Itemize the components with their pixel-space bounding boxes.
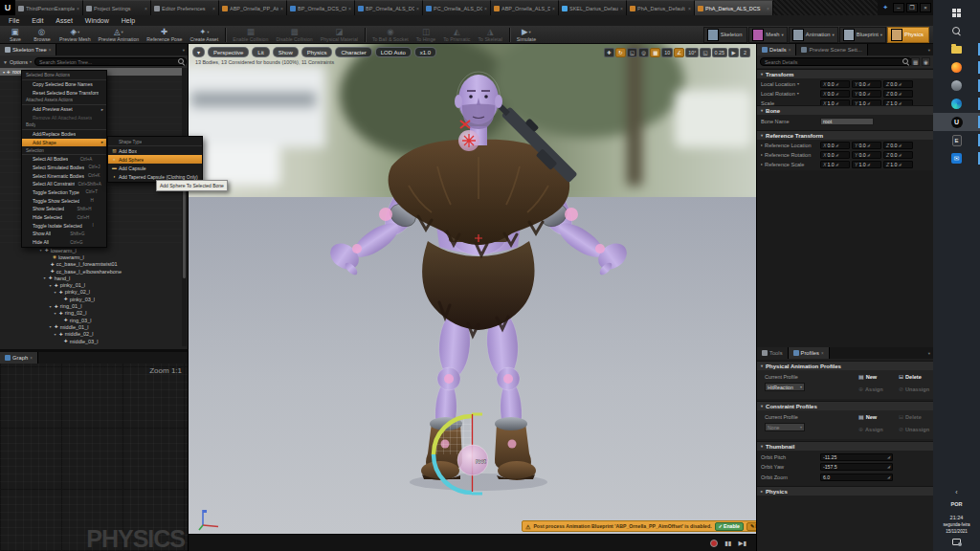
hidden-tabs-icon[interactable]: ▾ <box>183 48 188 53</box>
editor-tab[interactable]: PC_Ornella_ALS_DCS × <box>423 0 491 15</box>
context-menu-item[interactable]: Selection ▸ <box>22 146 106 155</box>
skeleton-tree-tab[interactable]: Skeleton Tree × <box>0 44 56 55</box>
expander-icon[interactable]: ▾ <box>42 276 47 280</box>
firefox-button[interactable] <box>933 58 980 77</box>
tree-row[interactable]: ▾ ✚ ring_03_l <box>0 317 182 323</box>
viewport-toolbar-button[interactable]: Show <box>273 47 299 57</box>
tab-close-icon[interactable]: × <box>49 48 52 53</box>
numeric-field[interactable]: -11.25◢ <box>820 453 893 461</box>
tree-row[interactable]: ▾ ✚ middle_01_l <box>0 323 182 330</box>
tab-close-icon[interactable]: × <box>145 6 147 11</box>
editor-tab[interactable]: BP_Ornella_ALS_DCS_Chi × <box>355 0 423 15</box>
tree-row[interactable]: ▾ ✚ cc_base_l_elbowsharebone <box>0 268 182 275</box>
expander-icon[interactable]: ▾ <box>48 304 53 309</box>
menubar-item[interactable]: File <box>9 17 19 24</box>
x-value-field[interactable]: X0.0◢ <box>820 80 850 88</box>
notification-tray-icon[interactable] <box>952 539 961 545</box>
tree-row[interactable]: ▾ ✚ ring_02_l <box>0 310 182 317</box>
epic-games-button[interactable]: E <box>933 131 980 149</box>
tab-close-icon[interactable]: × <box>280 6 283 11</box>
tree-row[interactable]: ▾ ✚ pinky_01_l <box>0 281 182 288</box>
transform-section-header[interactable]: ▾ Transform <box>757 69 933 78</box>
expander-icon[interactable]: ▾ <box>53 311 57 316</box>
context-menu-item[interactable]: Copy Selected Bone Names ▸ <box>22 80 106 89</box>
submenu-item[interactable]: ● Add Sphere <box>108 155 202 164</box>
rotate-tool-icon[interactable]: ↻ <box>615 48 626 57</box>
file-explorer-button[interactable] <box>933 40 980 58</box>
drag-handle-icon[interactable]: ◢ <box>887 464 890 469</box>
tree-row[interactable]: ▾ ✚ ring_01_l <box>0 302 182 309</box>
language-indicator[interactable]: POR <box>951 501 963 507</box>
rotation-snap-icon[interactable]: ∠ <box>674 48 684 57</box>
simulate-button[interactable]: ▶▾ Simulate <box>513 27 540 42</box>
tab-close-icon[interactable]: × <box>484 6 487 11</box>
z-value-field[interactable]: Z0.0◢ <box>883 90 913 98</box>
viewport-toolbar-button[interactable]: Character <box>335 47 371 57</box>
viewport[interactable]: root ▾ Perspective Lit Show Physics Char… <box>189 44 756 551</box>
preview-scene-settings-tab[interactable]: Preview Scene Sett... <box>796 44 867 55</box>
scale-snap-value[interactable]: 0.25 <box>712 48 728 57</box>
assign-button[interactable]: ⊕Assign <box>858 386 883 392</box>
context-menu-item[interactable]: Remove All Attached Assets ▸ <box>22 113 106 121</box>
drag-handle-icon[interactable]: ◢ <box>887 454 890 459</box>
expander-icon[interactable]: ▾ <box>48 324 53 329</box>
editor-tab[interactable]: PhA_Darius_ALS_DCS × <box>695 0 773 15</box>
editor-mode-button[interactable]: Mesh ▾ <box>748 27 787 43</box>
toolbar-button[interactable]: ✦▾ Create Asset <box>186 27 222 42</box>
physical-animation-profiles-header[interactable]: ▾ Physical Animation Profiles <box>757 361 933 370</box>
viewport-toolbar-button[interactable]: x1.0 <box>414 47 436 57</box>
thumbnail-section-header[interactable]: ▾ Thumbnail <box>757 441 933 451</box>
bone-name-field[interactable]: root <box>820 118 874 125</box>
close-button[interactable]: × <box>920 3 931 12</box>
toolbar-button[interactable]: ◉ To Ball & Socket <box>368 27 412 42</box>
viewport-options-icon[interactable]: ▾ <box>192 47 205 57</box>
viewport-toolbar-button[interactable]: Physics <box>301 47 333 57</box>
viewport-toolbar-button[interactable]: Perspective <box>208 47 249 57</box>
context-menu-item[interactable]: Selected Bone Actions ▸ <box>22 72 106 80</box>
constraint-profiles-header[interactable]: ▾ Constraint Profiles <box>757 401 933 410</box>
context-menu-item[interactable]: Add/Replace Bodies ▸ <box>22 130 106 139</box>
camera-speed-value[interactable]: 2 <box>740 48 750 57</box>
expander-icon[interactable]: ▾ <box>38 248 43 253</box>
context-menu-item[interactable]: Show All Shift+G ▸ <box>22 230 106 238</box>
toolbar-button[interactable]: ◬▾ Preview Animation <box>95 27 144 42</box>
editor-tab[interactable]: ABP_Ornella_ALS_DCS × <box>491 0 559 15</box>
z-value-field[interactable]: Z0.0◢ <box>883 80 913 88</box>
context-menu-item[interactable]: Select All Bodies Ctrl+A ▸ <box>22 155 106 164</box>
minimize-button[interactable]: – <box>893 3 904 12</box>
drag-handle-icon[interactable]: ◢ <box>898 91 901 96</box>
editor-tab[interactable]: Editor Preferences × <box>151 0 219 15</box>
x-value-field[interactable]: X0.0◢ <box>820 90 850 98</box>
menubar-item[interactable]: Edit <box>32 17 43 24</box>
z-value-field[interactable]: Z0.0◢ <box>883 142 913 149</box>
drag-handle-icon[interactable]: ◢ <box>867 91 870 96</box>
menubar-item[interactable]: Window <box>85 17 109 24</box>
context-menu-item[interactable]: Hide All Ctrl+G ▸ <box>22 238 106 247</box>
context-menu-item[interactable]: Select All Constraints Ctrl+Shift+A ▸ <box>22 180 106 188</box>
context-menu-item[interactable]: Select Simulated Bodies Ctrl+J ▸ <box>22 164 106 172</box>
menubar-item[interactable]: Help <box>122 17 135 24</box>
context-menu-item[interactable]: Toggle Selection Type Ctrl+T ▸ <box>22 188 106 197</box>
x-value-field[interactable]: X0.0◢ <box>820 142 850 149</box>
edge-button[interactable] <box>933 95 980 113</box>
tree-row[interactable]: ▾ ✚ cc_base_l_forearmtwist01 <box>0 261 182 268</box>
viewport-toolbar-button[interactable]: LOD Auto <box>375 47 412 57</box>
context-menu-item[interactable]: Add Preview Asset ▸ <box>22 105 106 114</box>
tree-row[interactable]: ▾ ✚ middle_03_l <box>0 338 182 344</box>
display-filter-eye-icon[interactable]: ◉ <box>922 57 930 66</box>
unassign-button[interactable]: ⊘Unassign <box>899 426 929 432</box>
drag-handle-icon[interactable]: ◢ <box>835 81 838 86</box>
y-value-field[interactable]: Y0.0◢ <box>852 142 881 149</box>
unreal-engine-taskbar-button[interactable]: U <box>933 113 980 131</box>
context-menu-item[interactable]: Add Shape ▸ <box>22 139 106 147</box>
tree-row[interactable]: ▾ ◉ lowerarm_l <box>0 253 182 260</box>
drag-handle-icon[interactable]: ◢ <box>887 474 890 479</box>
scale-tool-icon[interactable]: ◱ <box>627 48 637 57</box>
collapsed-icon[interactable]: ▸ <box>761 162 763 166</box>
x-value-field[interactable]: X1.0◢ <box>820 161 850 168</box>
current-profile-dropdown[interactable]: HitReaction▾ <box>765 383 805 391</box>
context-menu-item[interactable]: Reset Selected Bone Transforms ▸ <box>22 88 106 97</box>
reference-transform-section-header[interactable]: ▾ Reference Transform <box>757 130 933 140</box>
context-menu-item[interactable]: Attached Assets Actions ▸ <box>22 97 106 105</box>
tools-tab[interactable]: Tools <box>757 347 789 359</box>
